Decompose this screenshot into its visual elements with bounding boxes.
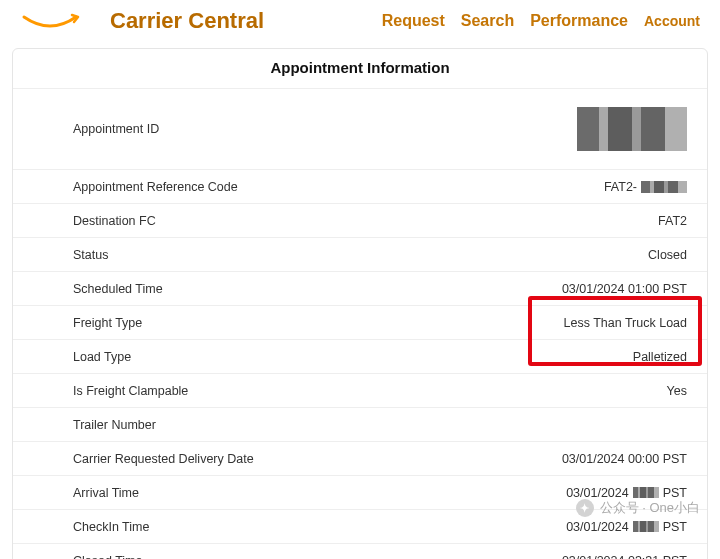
value-closed-time: 03/01/2024 03:31 PST (562, 554, 687, 560)
row-ref-code: Appointment Reference Code FAT2- (13, 170, 707, 204)
value-arrival-time: 03/01/2024 PST (566, 486, 687, 500)
appointment-info-panel: Appointment Information Appointment ID A… (12, 48, 708, 559)
label-ref-code: Appointment Reference Code (73, 180, 238, 194)
label-scheduled-time: Scheduled Time (73, 282, 163, 296)
row-clampable: Is Freight Clampable Yes (13, 374, 707, 408)
nav-performance[interactable]: Performance (530, 12, 628, 30)
label-clampable: Is Freight Clampable (73, 384, 188, 398)
value-freight-type: Less Than Truck Load (564, 316, 687, 330)
value-checkin-time: 03/01/2024 PST (566, 520, 687, 534)
value-destination-fc: FAT2 (658, 214, 687, 228)
label-load-type: Load Type (73, 350, 131, 364)
watermark: ✦ 公众号 · One小白 (576, 499, 700, 517)
label-checkin-time: CheckIn Time (73, 520, 149, 534)
value-ref-code: FAT2- (604, 180, 687, 194)
nav-search[interactable]: Search (461, 12, 514, 30)
wechat-icon: ✦ (576, 499, 594, 517)
watermark-text: 公众号 · One小白 (600, 499, 700, 517)
label-crdd: Carrier Requested Delivery Date (73, 452, 254, 466)
redacted-icon (633, 521, 659, 532)
value-scheduled-time: 03/01/2024 01:00 PST (562, 282, 687, 296)
label-freight-type: Freight Type (73, 316, 142, 330)
value-crdd: 03/01/2024 00:00 PST (562, 452, 687, 466)
label-destination-fc: Destination FC (73, 214, 156, 228)
redacted-icon (641, 181, 687, 193)
value-status: Closed (648, 248, 687, 262)
nav: Request Search Performance Account (382, 12, 700, 30)
label-appointment-id: Appointment ID (73, 122, 159, 136)
amazon-smile-icon (20, 9, 80, 33)
row-status: Status Closed (13, 238, 707, 272)
row-destination-fc: Destination FC FAT2 (13, 204, 707, 238)
row-freight-type: Freight Type Less Than Truck Load (13, 306, 707, 340)
label-arrival-time: Arrival Time (73, 486, 139, 500)
label-closed-time: Closed Time (73, 554, 142, 560)
label-status: Status (73, 248, 108, 262)
redacted-icon (577, 107, 687, 151)
nav-request[interactable]: Request (382, 12, 445, 30)
panel-title: Appointment Information (13, 49, 707, 89)
label-trailer-number: Trailer Number (73, 418, 156, 432)
header: Carrier Central Request Search Performan… (0, 0, 720, 42)
row-crdd: Carrier Requested Delivery Date 03/01/20… (13, 442, 707, 476)
value-clampable: Yes (667, 384, 687, 398)
row-load-type: Load Type Palletized (13, 340, 707, 374)
row-scheduled-time: Scheduled Time 03/01/2024 01:00 PST (13, 272, 707, 306)
row-appointment-id: Appointment ID (13, 89, 707, 170)
row-closed-time: Closed Time 03/01/2024 03:31 PST (13, 544, 707, 559)
redacted-icon (633, 487, 659, 498)
value-appointment-id (577, 107, 687, 151)
value-load-type: Palletized (633, 350, 687, 364)
nav-account[interactable]: Account (644, 13, 700, 29)
brand-title: Carrier Central (110, 8, 342, 34)
row-trailer-number: Trailer Number (13, 408, 707, 442)
